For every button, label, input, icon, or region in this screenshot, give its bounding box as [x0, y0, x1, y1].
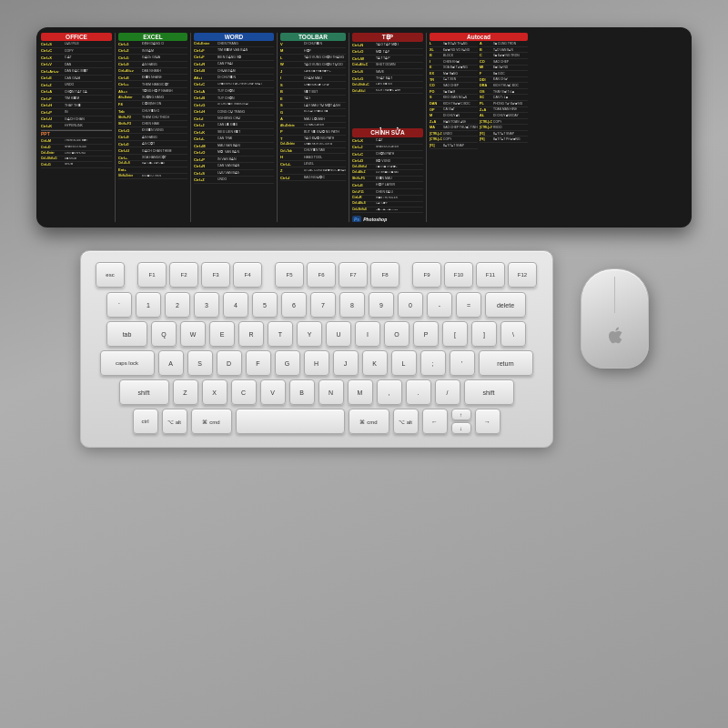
key-f11[interactable]: F11 — [476, 262, 505, 288]
office-section: OFFICE Ctrl+SLƯU FILE Ctrl+CCOPY Ctrl+XC… — [41, 33, 112, 222]
key-2[interactable]: 2 — [165, 292, 190, 318]
key-1[interactable]: 1 — [136, 292, 161, 318]
key-b[interactable]: B — [289, 379, 315, 405]
key-c[interactable]: C — [231, 379, 257, 405]
key-a[interactable]: A — [158, 350, 184, 376]
key-lbracket[interactable]: [ — [442, 321, 468, 347]
toolbar-title: TOOLBAR — [280, 33, 346, 41]
key-u[interactable]: U — [326, 321, 351, 347]
key-esc[interactable]: esc — [96, 262, 125, 288]
key-f9[interactable]: F9 — [412, 262, 441, 288]
mouse-logo — [601, 322, 628, 349]
key-f2[interactable]: F2 — [169, 262, 198, 288]
office-title: OFFICE — [41, 33, 112, 41]
key-space[interactable] — [236, 409, 345, 434]
key-f8[interactable]: F8 — [370, 262, 399, 288]
key-f[interactable]: F — [246, 350, 271, 376]
key-equals[interactable]: = — [456, 292, 481, 318]
key-f7[interactable]: F7 — [339, 262, 368, 288]
key-alt-left[interactable]: ⌥ alt — [162, 409, 187, 434]
key-q[interactable]: Q — [151, 321, 177, 347]
key-alt-right[interactable]: ⌥ alt — [393, 409, 419, 434]
key-cmd-right[interactable]: ⌘ cmd — [349, 409, 389, 434]
key-i[interactable]: I — [355, 321, 380, 347]
key-s[interactable]: S — [187, 350, 213, 376]
key-0[interactable]: 0 — [398, 292, 423, 318]
key-3[interactable]: 3 — [194, 292, 219, 318]
key-j[interactable]: J — [333, 350, 359, 376]
key-arrow-up[interactable]: ↑ — [451, 409, 471, 420]
word-section: WORD Ctrl+EnterCHÈN TRANG Ctrl+FTÌM KIẾM… — [194, 33, 274, 222]
autocad-section: Autocad LVẼ ĐOẠN THẲNG XLĐƯỜNG VÔ HẠNG B… — [430, 33, 528, 222]
key-9[interactable]: 9 — [369, 292, 394, 318]
word-title: WORD — [194, 33, 274, 41]
key-8[interactable]: 8 — [339, 292, 365, 318]
key-x[interactable]: X — [202, 379, 228, 405]
key-n[interactable]: N — [318, 379, 344, 405]
key-period[interactable]: . — [406, 379, 431, 405]
excel-title: EXCEL — [118, 33, 187, 41]
key-arrow-down[interactable]: ↓ — [451, 422, 471, 434]
key-minus[interactable]: - — [427, 292, 452, 318]
key-d[interactable]: D — [217, 350, 242, 376]
key-ctrl[interactable]: ctrl — [133, 409, 158, 434]
key-tab[interactable]: tab — [106, 321, 147, 347]
key-6[interactable]: 6 — [281, 292, 307, 318]
key-delete[interactable]: delete — [485, 292, 526, 318]
key-v[interactable]: V — [260, 379, 286, 405]
key-semicolon[interactable]: ; — [420, 350, 446, 376]
tep-title: TẸP — [352, 33, 423, 42]
chinh-sua-title: CHỈNH SỬA — [352, 128, 423, 137]
key-w[interactable]: W — [180, 321, 206, 347]
key-shift-right[interactable]: shift — [464, 379, 514, 405]
key-m[interactable]: M — [348, 379, 373, 405]
key-comma[interactable]: , — [377, 379, 402, 405]
autocad-title: Autocad — [430, 33, 528, 41]
key-t[interactable]: T — [268, 321, 293, 347]
key-arrow-right[interactable]: → — [475, 409, 500, 434]
key-f10[interactable]: F10 — [444, 262, 473, 288]
key-backslash[interactable]: \ — [500, 321, 526, 347]
key-f5[interactable]: F5 — [275, 262, 304, 288]
excel-section: EXCEL Ctrl+1ĐỊNH DẠNG Ô Ctrl+2IN ĐẬM Ctr… — [118, 33, 187, 222]
key-return[interactable]: return — [479, 350, 533, 376]
key-slash[interactable]: / — [435, 379, 460, 405]
key-cmd-left[interactable]: ⌘ cmd — [191, 409, 232, 434]
key-7[interactable]: 7 — [310, 292, 336, 318]
key-z[interactable]: Z — [173, 379, 198, 405]
key-g[interactable]: G — [275, 350, 300, 376]
key-o[interactable]: O — [384, 321, 410, 347]
key-l[interactable]: L — [391, 350, 417, 376]
mouse-button-divider — [614, 277, 615, 313]
key-e[interactable]: E — [209, 321, 235, 347]
key-r[interactable]: R — [238, 321, 264, 347]
key-backtick[interactable]: ` — [106, 292, 132, 318]
key-h[interactable]: H — [304, 350, 329, 376]
mouse — [581, 268, 649, 369]
toolbar-section: TOOLBAR VDI CHUYỂN MHỘP LTẠO VÙNG CHỌN T… — [280, 33, 346, 222]
keyboard-mouse-area: esc F1 F2 F3 F4 F5 F6 F7 F8 F9 F10 F11 F… — [80, 250, 649, 448]
key-rbracket[interactable]: ] — [471, 321, 497, 347]
key-f4[interactable]: F4 — [233, 262, 262, 288]
key-arrow-left[interactable]: ← — [422, 409, 448, 434]
key-f3[interactable]: F3 — [201, 262, 230, 288]
key-5[interactable]: 5 — [252, 292, 278, 318]
key-quote[interactable]: ' — [450, 350, 475, 376]
tep-section: TẸP Ctrl+NTẠO TẬP MỚI Ctrl+OMỞ TẬP Ctrl+… — [352, 33, 423, 222]
key-capslock[interactable]: caps lock — [100, 350, 155, 376]
key-f6[interactable]: F6 — [307, 262, 336, 288]
keyboard: esc F1 F2 F3 F4 F5 F6 F7 F8 F9 F10 F11 F… — [80, 250, 553, 448]
key-p[interactable]: P — [413, 321, 439, 347]
key-k[interactable]: K — [362, 350, 388, 376]
key-shift-left[interactable]: shift — [119, 379, 169, 405]
key-f12[interactable]: F12 — [508, 262, 537, 288]
key-y[interactable]: Y — [297, 321, 322, 347]
key-f1[interactable]: F1 — [137, 262, 167, 288]
mousepad: OFFICE Ctrl+SLƯU FILE Ctrl+CCOPY Ctrl+XC… — [36, 27, 692, 228]
key-4[interactable]: 4 — [223, 292, 248, 318]
